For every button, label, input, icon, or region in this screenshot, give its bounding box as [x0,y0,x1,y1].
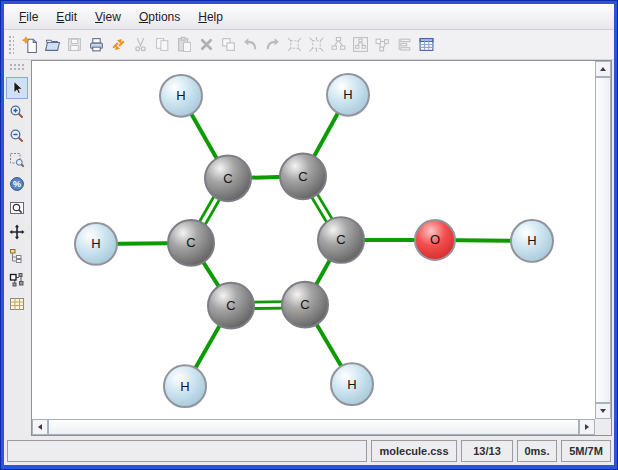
zoom-in-tool-button[interactable] [6,101,28,123]
status-memory: 5M/7M [561,440,611,462]
svg-text:O: O [430,233,440,248]
open-folder-button[interactable] [41,33,63,56]
cut-button [129,33,151,56]
atom-O-6[interactable]: O [415,220,455,260]
atom-C-4[interactable]: C [208,283,254,329]
overview-tool-button[interactable] [6,197,28,219]
delete-icon [198,36,215,53]
svg-text:H: H [343,87,352,102]
svg-text:C: C [186,235,195,250]
horizontal-scroll-thumb[interactable] [48,419,579,435]
cut-icon [132,36,149,53]
status-file: molecule.css [371,440,457,462]
atom-H-9[interactable]: H [75,223,117,265]
copy-icon [154,36,171,53]
graph-tool-tool-button[interactable] [6,269,28,291]
horizontal-scrollbar[interactable] [32,419,595,435]
vertical-scroll-track[interactable] [595,77,611,403]
molecule-drawing[interactable]: CCCCCCOHHHHHH [32,61,595,419]
vertical-scrollbar[interactable] [595,61,611,419]
undo-button [239,33,261,56]
atom-C-5[interactable]: C [282,282,328,328]
print-button[interactable] [85,33,107,56]
atom-C-1[interactable]: C [280,153,326,199]
atom-H-11[interactable]: H [331,363,373,405]
grid-tool-tool-button[interactable] [6,293,28,315]
graph-layout-button [371,33,393,56]
menu-help[interactable]: Help [189,6,232,28]
svg-text:C: C [298,169,307,184]
scroll-left-button[interactable] [32,419,48,435]
tree-tool-tool-button[interactable] [6,245,28,267]
svg-text:H: H [347,377,356,392]
tree-layout-boxed-icon [352,36,369,53]
pan-icon [9,224,25,240]
atom-C-2[interactable]: C [205,155,251,201]
atom-C-3[interactable]: C [168,220,214,266]
zoom-in-icon [9,104,25,120]
align-layout-icon [396,36,413,53]
redo-icon [264,36,281,53]
scroll-corner [595,419,611,435]
paste-icon [176,36,193,53]
tool-palette-grip[interactable] [9,63,25,72]
molecule-canvas[interactable]: CCCCCCOHHHHHH [32,61,595,419]
zoom-region-tool-button[interactable] [6,149,28,171]
toolbar-grip[interactable] [8,35,14,54]
zoom-out-tool-button[interactable] [6,125,28,147]
menu-view[interactable]: View [86,6,130,28]
menu-file[interactable]: File [10,6,47,28]
atom-H-12[interactable]: H [511,220,553,262]
statusbar: molecule.css13/130ms.5M/7M [4,438,614,465]
atom-C-0[interactable]: C [318,217,364,263]
scroll-right-button[interactable] [579,419,595,435]
down-arrow-icon [600,409,606,413]
expand-selection-button [283,33,305,56]
svg-text:C: C [223,171,232,186]
main-toolbar [4,30,614,60]
graph-scrollpane: CCCCCCOHHHHHH [31,60,612,436]
group-button [217,33,239,56]
up-arrow-icon [600,67,606,71]
swap-arrows-icon [110,36,127,53]
pan-tool-button[interactable] [6,221,28,243]
vertical-scroll-thumb[interactable] [595,77,611,403]
new-file-button[interactable] [19,33,41,56]
collapse-selection-button [305,33,327,56]
horizontal-scroll-track[interactable] [48,419,579,435]
scroll-down-button[interactable] [595,403,611,419]
open-folder-icon [44,36,61,53]
svg-text:%: % [13,179,21,189]
menu-options[interactable]: Options [130,6,189,28]
status-time: 0ms. [517,440,557,462]
zoom-percent-tool-button[interactable]: % [6,173,28,195]
swap-arrows-button[interactable] [107,33,129,56]
atom-H-10[interactable]: H [164,365,206,407]
svg-text:C: C [336,233,345,248]
collapse-selection-icon [308,36,325,53]
menu-edit[interactable]: Edit [47,6,86,28]
zoom-out-icon [9,128,25,144]
save-button [63,33,85,56]
grid-tool-icon [9,296,25,312]
svg-text:C: C [300,297,309,312]
new-file-icon [22,36,39,53]
copy-button [151,33,173,56]
svg-text:H: H [527,234,536,249]
attribute-table-button[interactable] [415,33,437,56]
align-layout-button [393,33,415,56]
right-arrow-icon [585,424,589,430]
select-tool-button[interactable] [6,77,28,99]
overview-icon [9,200,25,216]
status-count: 13/13 [461,440,513,462]
menubar: FileEditViewOptionsHelp [4,4,614,30]
tree-layout-button [327,33,349,56]
atom-H-8[interactable]: H [327,74,369,116]
scroll-up-button[interactable] [595,61,611,77]
svg-text:H: H [176,88,185,103]
select-icon [9,80,25,96]
atom-H-7[interactable]: H [160,75,202,117]
paste-button [173,33,195,56]
app-window: FileEditViewOptionsHelp % CCCCCCOHHHHHH [1,1,617,469]
svg-text:H: H [91,236,100,251]
